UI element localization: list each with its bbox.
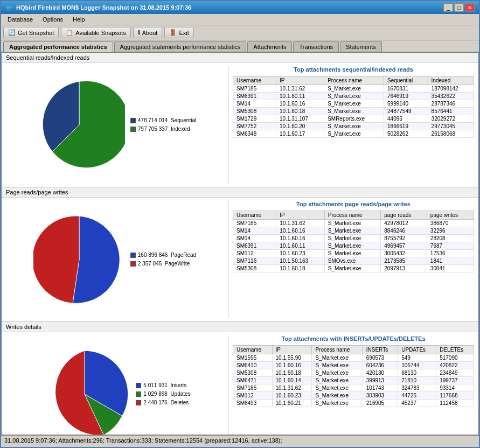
section-page-title: Page reads/page writes bbox=[2, 187, 478, 198]
col-username3: Username bbox=[233, 346, 273, 354]
table-row: SM647110.1.60.14S_Market.exe399913718101… bbox=[233, 377, 474, 384]
snapshot-icon: 🔄 bbox=[8, 29, 16, 36]
menu-options[interactable]: Options bbox=[38, 15, 67, 24]
table-row: SM172910.1.31.107SMReports.exe4409532029… bbox=[233, 115, 474, 123]
tab-statements[interactable]: Statements bbox=[340, 41, 382, 52]
get-snapshot-button[interactable]: 🔄 Get Snapshot bbox=[3, 27, 59, 38]
legend-seq-color bbox=[130, 118, 136, 123]
menu-bar: Database Options Help bbox=[1, 14, 479, 25]
exit-icon: 🚪 bbox=[169, 29, 177, 36]
pie-chart-seq bbox=[33, 79, 125, 171]
table-row: SM718510.1.31.62S_Market.exe429780123868… bbox=[233, 220, 474, 227]
available-snapshots-button[interactable]: 📋 Available Snapsots bbox=[61, 27, 130, 38]
col-pagewrites: page writes bbox=[427, 211, 474, 220]
minimize-button[interactable]: _ bbox=[443, 3, 453, 12]
col-ip2: IP bbox=[276, 211, 324, 220]
col-ip: IP bbox=[276, 76, 324, 85]
col-sequential: Sequential bbox=[384, 76, 428, 85]
section-writes: Writes details bbox=[2, 322, 478, 435]
exit-button[interactable]: 🚪 Exit bbox=[164, 27, 193, 38]
toolbar: 🔄 Get Snapshot 📋 Available Snapsots ℹ Ab… bbox=[1, 25, 479, 40]
table-row: SM718510.1.31.62S_Market.exe167083118709… bbox=[233, 85, 474, 93]
table-row: SM11210.1.60.23S_Market.exe3039034472511… bbox=[233, 392, 474, 400]
section-writes-title: Writes details bbox=[2, 322, 478, 332]
table-row: SM1410.1.60.16S_Market.exe875579228208 bbox=[233, 235, 474, 242]
tab-aggregated-perf[interactable]: Aggregated performance statistics bbox=[3, 41, 113, 52]
legend-page: 160 896 846 PageRead 2 357 045 PageWrite bbox=[130, 251, 196, 268]
tab-bar: Aggregated performance statistics Aggreg… bbox=[1, 40, 479, 52]
menu-database[interactable]: Database bbox=[3, 15, 37, 24]
col-indexed: Indexed bbox=[428, 76, 474, 85]
app-icon: 🐦 bbox=[5, 4, 13, 11]
section-writes-body: 5 011 931 Inserts 1 029 898 Updates 2 44… bbox=[2, 332, 478, 435]
legend-idx-color bbox=[130, 127, 136, 132]
col-updates: UPDATEs bbox=[398, 346, 436, 354]
tab-attachments[interactable]: Attachments bbox=[247, 41, 292, 52]
pie-chart-writes bbox=[39, 348, 130, 435]
table-row: SM530810.1.60.18S_Market.exe209791330041 bbox=[233, 265, 474, 272]
col-ip3: IP bbox=[272, 346, 312, 354]
col-deletes: DELETEs bbox=[436, 346, 474, 354]
col-username: Username bbox=[233, 76, 276, 85]
section-seq-title: Sequential reads/Indexed reads bbox=[2, 53, 478, 63]
table-area-writes: Top attachments with INSERTs/UPDATEs/DEL… bbox=[228, 332, 478, 435]
table-row: SM639110.1.60.11S_Market.exe49694577687 bbox=[233, 242, 474, 250]
table-row: SM530810.1.60.18S_Market.exe420130681302… bbox=[233, 369, 474, 377]
col-inserts: INSERTs bbox=[363, 346, 398, 354]
about-button[interactable]: ℹ About bbox=[133, 27, 163, 38]
legend-seq: 478 714 014 Sequential 797 705 337 Index… bbox=[130, 116, 196, 134]
col-username2: Username bbox=[233, 211, 276, 220]
pie-area-writes: 5 011 931 Inserts 1 029 898 Updates 2 44… bbox=[2, 332, 228, 435]
table-row: SM718510.1.31.62S_Market.exe101743324783… bbox=[233, 384, 474, 392]
table-row: SM1410.1.60.16S_Market.exe59991402878734… bbox=[233, 100, 474, 108]
snapshots-icon: 📋 bbox=[66, 29, 73, 36]
table-row: SM639110.1.60.11S_Market.exe764691935432… bbox=[233, 93, 474, 100]
col-process3: Process name bbox=[312, 346, 363, 354]
col-process2: Process name bbox=[324, 211, 380, 220]
main-content[interactable]: Sequential reads/Indexed reads bbox=[1, 52, 479, 435]
section-seq-reads: Sequential reads/Indexed reads bbox=[2, 53, 478, 187]
table-row: SM11210.1.60.23S_Market.exe300543217536 bbox=[233, 250, 474, 257]
table-row: SM641010.1.60.16S_Market.exe604236106744… bbox=[233, 362, 474, 369]
table-row: SM775210.1.60.20S_Market.exe186661929773… bbox=[233, 123, 474, 130]
table-writes: Username IP Process name INSERTs UPDATEs… bbox=[233, 345, 474, 407]
maximize-button[interactable]: □ bbox=[454, 3, 464, 12]
close-button[interactable]: ✕ bbox=[465, 3, 475, 12]
title-bar: 🐦 HQbird Firebird MON$ Logger Snapshot o… bbox=[1, 1, 479, 14]
status-bar: 31.08.2015 9:07:36; Attachments:296; Tra… bbox=[1, 435, 479, 447]
col-pagereads: page reads bbox=[381, 211, 427, 220]
table-row: SM649310.1.60.21S_Market.exe216905452371… bbox=[233, 400, 474, 407]
table-row: SM711610.1.50.163SMOvs.exe21735851841 bbox=[233, 257, 474, 265]
section-seq-body: 478 714 014 Sequential 797 705 337 Index… bbox=[2, 63, 478, 187]
pie-area-page: 160 896 846 PageRead 2 357 045 PageWrite bbox=[2, 198, 228, 321]
section-page-reads: Page reads/page writes 160 bbox=[2, 187, 478, 322]
menu-help[interactable]: Help bbox=[68, 15, 89, 24]
section-page-body: 160 896 846 PageRead 2 357 045 PageWrite… bbox=[2, 198, 478, 321]
pie-area-seq: 478 714 014 Sequential 797 705 337 Index… bbox=[2, 63, 228, 187]
table-title-writes: Top attachments with INSERTs/UPDATEs/DEL… bbox=[233, 335, 474, 342]
col-process: Process name bbox=[324, 76, 384, 85]
about-icon: ℹ bbox=[138, 29, 140, 36]
table-area-page: Top attachments page reads/page writes U… bbox=[228, 198, 478, 321]
tab-aggregated-stmt[interactable]: Aggregated statements performance statis… bbox=[114, 41, 247, 52]
table-row: SM1410.1.60.16S_Market.exe884624632296 bbox=[233, 227, 474, 235]
table-row: SM530810.1.60.18S_Market.exe248775498576… bbox=[233, 108, 474, 115]
tab-transactions[interactable]: Transactions bbox=[293, 41, 339, 52]
table-area-seq: Top attachments sequential/indexed reads… bbox=[228, 63, 478, 187]
legend-writes: 5 011 931 Inserts 1 029 898 Updates 2 44… bbox=[136, 381, 190, 407]
table-page: Username IP Process name page reads page… bbox=[233, 211, 474, 272]
table-row: SM634810.1.60.17S_Market.exe502826226158… bbox=[233, 130, 474, 138]
title-text: HQbird Firebird MON$ Logger Snapshot on … bbox=[16, 4, 191, 11]
pie-chart-page bbox=[33, 214, 125, 305]
table-title-page: Top attachments page reads/page writes bbox=[233, 201, 474, 207]
status-text: 31.08.2015 9:07:36; Attachments:296; Tra… bbox=[4, 437, 282, 444]
table-title-seq: Top attachments sequential/indexed reads bbox=[233, 66, 474, 73]
table-seq: Username IP Process name Sequential Inde… bbox=[233, 76, 474, 138]
table-row: SM159510.1.55.90S_Market.exe690573549517… bbox=[233, 354, 474, 362]
